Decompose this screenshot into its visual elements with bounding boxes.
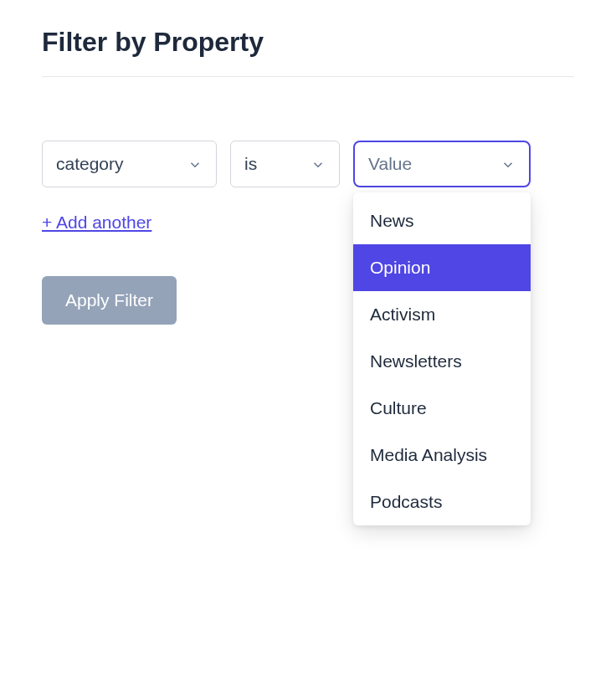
dropdown-option-activism[interactable]: Activism xyxy=(353,291,531,338)
value-select-placeholder: Value xyxy=(368,154,412,174)
filter-row: category is Value News Opinion Activism … xyxy=(42,141,574,187)
property-select-wrapper: category xyxy=(42,141,217,187)
dropdown-option-opinion[interactable]: Opinion xyxy=(353,244,531,291)
dropdown-option-newsletters[interactable]: Newsletters xyxy=(353,338,531,385)
page-title: Filter by Property xyxy=(42,27,574,58)
value-select-wrapper: Value News Opinion Activism Newsletters … xyxy=(353,141,531,187)
divider xyxy=(42,76,574,77)
chevron-down-icon xyxy=(501,156,516,172)
dropdown-option-media-analysis[interactable]: Media Analysis xyxy=(353,432,531,479)
property-select-value: category xyxy=(56,154,124,174)
operator-select-wrapper: is xyxy=(230,141,340,187)
chevron-down-icon xyxy=(311,156,326,172)
apply-filter-button[interactable]: Apply Filter xyxy=(42,276,177,325)
chevron-down-icon xyxy=(187,156,203,172)
operator-select[interactable]: is xyxy=(230,141,340,187)
dropdown-option-news[interactable]: News xyxy=(353,197,531,244)
value-select[interactable]: Value xyxy=(353,141,531,187)
property-select[interactable]: category xyxy=(42,141,217,187)
operator-select-value: is xyxy=(244,154,257,174)
value-dropdown: News Opinion Activism Newsletters Cultur… xyxy=(353,192,531,525)
dropdown-option-culture[interactable]: Culture xyxy=(353,385,531,432)
dropdown-option-podcasts[interactable]: Podcasts xyxy=(353,479,531,520)
add-another-link[interactable]: + Add another xyxy=(42,212,151,233)
